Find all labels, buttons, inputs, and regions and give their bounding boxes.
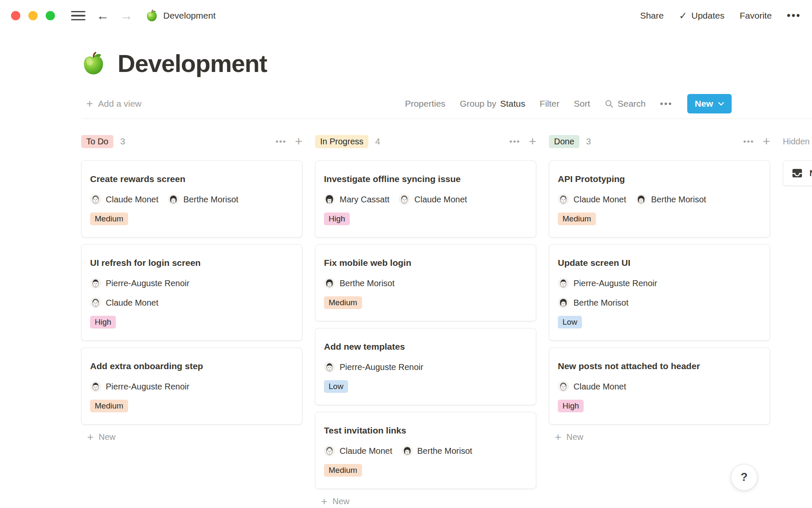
topbar-actions: Share ✓ Updates Favorite ••• — [640, 10, 801, 22]
card-test-invitation-links[interactable]: Test invitation links Claude Monet Berth… — [315, 412, 536, 489]
card-add-extra-onboarding-step[interactable]: Add extra onboarding step Pierre-Auguste… — [81, 348, 302, 425]
zoom-window-button[interactable] — [46, 11, 55, 20]
column-more-icon[interactable]: ••• — [743, 137, 754, 146]
assignee-chip: Claude Monet — [558, 193, 626, 206]
plus-icon: + — [87, 431, 93, 442]
plus-icon: + — [86, 98, 93, 110]
updates-button[interactable]: ✓ Updates — [679, 10, 724, 22]
avatar-berthe-morisot — [324, 278, 335, 289]
minimize-window-button[interactable] — [28, 11, 38, 20]
share-button[interactable]: Share — [640, 11, 664, 21]
more-options-icon[interactable]: ••• — [787, 10, 801, 22]
column-add-icon[interactable]: + — [529, 135, 536, 148]
search-button[interactable]: Search — [604, 99, 646, 109]
card-title: Update screen UI — [558, 257, 761, 269]
assignee-chip: Berthe Morisot — [402, 444, 472, 457]
assignee-chip: Berthe Morisot — [558, 296, 628, 309]
card-title: Fix mobile web login — [324, 257, 527, 269]
column-more-icon[interactable]: ••• — [510, 137, 521, 146]
card-count: 3 — [586, 136, 591, 146]
avatar-claude-monet — [399, 194, 410, 205]
add-card-button[interactable]: + New — [549, 431, 770, 442]
favorite-button[interactable]: Favorite — [740, 11, 772, 21]
filter-button[interactable]: Filter — [540, 99, 560, 109]
column-add-icon[interactable]: + — [295, 135, 302, 148]
apple-emoji-icon — [81, 51, 106, 76]
sidebar-menu-icon[interactable] — [71, 11, 85, 21]
card-new-posts-not-attached-to-header[interactable]: New posts not attached to header Claude … — [549, 348, 770, 425]
breadcrumb-title: Development — [163, 11, 216, 21]
assignee-chip: Claude Monet — [90, 296, 159, 309]
add-card-button[interactable]: + New — [81, 431, 302, 442]
avatar-pierre-auguste-renoir — [558, 278, 569, 289]
card-count: 4 — [375, 136, 380, 146]
hidden-group-no-status[interactable]: No Status — [783, 160, 812, 186]
question-mark-icon: ? — [741, 471, 748, 484]
inbox-tray-icon — [791, 167, 804, 179]
assignee-chip: Berthe Morisot — [324, 277, 395, 290]
card-title: UI refresh for login screen — [90, 257, 294, 269]
priority-badge: Medium — [90, 400, 128, 412]
card-create-rewards-screen[interactable]: Create rewards screen Claude Monet Berth… — [81, 160, 302, 237]
card-ui-refresh-for-login-screen[interactable]: UI refresh for login screen Pierre-Augus… — [81, 244, 302, 341]
priority-badge: Medium — [558, 213, 596, 225]
column-in-progress: In Progress 4 ••• + Investigate offline … — [315, 134, 536, 507]
status-badge[interactable]: To Do — [81, 135, 113, 148]
view-more-options-icon[interactable]: ••• — [660, 99, 673, 109]
priority-badge: Medium — [324, 464, 362, 477]
card-api-prototyping[interactable]: API Prototyping Claude Monet Berthe Mori… — [549, 160, 770, 237]
column-to-do: To Do 3 ••• + Create rewards screen Clau… — [81, 134, 302, 442]
card-title: Add new templates — [324, 340, 527, 353]
group-by-value: Status — [500, 99, 526, 109]
new-button[interactable]: New — [687, 94, 732, 113]
avatar-berthe-morisot — [402, 445, 413, 456]
avatar-pierre-auguste-renoir — [90, 278, 101, 289]
forward-arrow-icon[interactable]: → — [120, 9, 133, 22]
avatar-claude-monet — [90, 297, 101, 308]
properties-button[interactable]: Properties — [405, 99, 445, 109]
group-by-button[interactable]: Group by Status — [460, 99, 525, 109]
kanban-board: To Do 3 ••• + Create rewards screen Clau… — [0, 134, 812, 507]
avatar-pierre-auguste-renoir — [90, 381, 101, 392]
hidden-columns-toggle[interactable]: Hidden columns — [783, 134, 812, 149]
card-title: Add extra onboarding step — [90, 360, 294, 373]
card-count: 3 — [120, 136, 125, 146]
column-add-icon[interactable]: + — [763, 135, 770, 148]
priority-badge: Low — [558, 316, 582, 329]
status-badge[interactable]: In Progress — [315, 135, 368, 148]
column-header: Done 3 ••• + — [549, 134, 770, 149]
close-window-button[interactable] — [11, 11, 20, 20]
avatar-berthe-morisot — [636, 194, 647, 205]
add-card-button[interactable]: + New — [315, 496, 536, 507]
assignee-chip: Pierre-Auguste Renoir — [558, 277, 657, 290]
back-arrow-icon[interactable]: ← — [96, 9, 109, 22]
sort-button[interactable]: Sort — [574, 99, 590, 109]
page-title-block: Development — [81, 47, 812, 80]
card-title: Investigate offline syncing issue — [324, 173, 527, 185]
card-investigate-offline-syncing-issue[interactable]: Investigate offline syncing issue Mary C… — [315, 160, 536, 237]
avatar-mary-cassatt — [324, 194, 335, 205]
assignee-chip: Mary Cassatt — [324, 193, 390, 206]
status-badge[interactable]: Done — [549, 135, 579, 148]
assignee-chip: Pierre-Auguste Renoir — [90, 380, 189, 393]
page-title[interactable]: Development — [118, 47, 267, 80]
card-fix-mobile-web-login[interactable]: Fix mobile web login Berthe Morisot Medi… — [315, 244, 536, 321]
help-button[interactable]: ? — [731, 464, 757, 491]
column-more-icon[interactable]: ••• — [276, 137, 287, 146]
add-view-button[interactable]: + Add a view — [81, 98, 142, 110]
avatar-pierre-auguste-renoir — [324, 362, 335, 373]
card-update-screen-ui[interactable]: Update screen UI Pierre-Auguste Renoir B… — [549, 244, 770, 341]
toolbar-divider — [81, 119, 812, 119]
traffic-lights — [11, 11, 55, 20]
notion-board-window: ← → Development Share ✓ Updates Favorite… — [0, 0, 812, 508]
hidden-columns-section: Hidden columns No Status — [783, 134, 812, 186]
card-add-new-templates[interactable]: Add new templates Pierre-Auguste Renoir … — [315, 328, 536, 405]
assignee-chip: Berthe Morisot — [168, 193, 239, 206]
breadcrumb[interactable]: Development — [145, 9, 216, 22]
priority-badge: Low — [324, 380, 348, 393]
check-icon: ✓ — [679, 10, 687, 22]
topbar: ← → Development Share ✓ Updates Favorite… — [0, 0, 812, 31]
avatar-claude-monet — [558, 194, 569, 205]
assignee-chip: Claude Monet — [399, 193, 467, 206]
avatar-claude-monet — [324, 445, 335, 456]
